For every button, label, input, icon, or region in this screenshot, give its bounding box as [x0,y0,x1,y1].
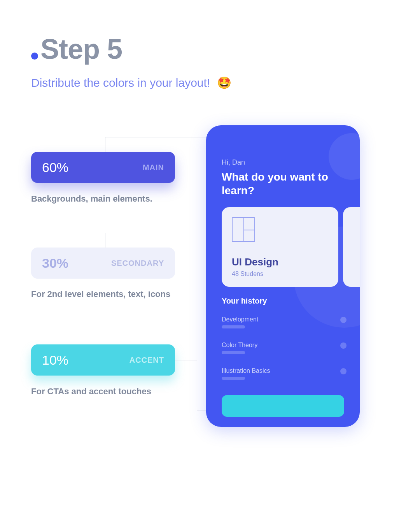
history-item-dot-icon [340,342,346,349]
history-item-dot-icon [340,317,346,323]
badge-main-label: MAIN [143,163,164,172]
badge-secondary-desc: For 2nd level elements, text, icons [31,288,175,300]
connector-line [105,137,105,152]
history-progress-bar [222,351,245,354]
history-title: Your history [222,297,267,306]
history-item[interactable]: Development [222,316,258,323]
badge-main-percent: 60% [42,160,68,175]
heading-dot-icon [31,53,38,60]
badge-secondary-label: SECONDARY [111,259,164,268]
greeting-text: Hi, Dan [222,158,245,167]
cta-button[interactable] [222,395,344,417]
headline-text: What do you want to learn? [222,170,346,197]
badge-secondary: 30% SECONDARY [31,248,175,279]
course-card[interactable]: UI Design 48 Studens [222,207,338,287]
course-card-peek[interactable] [343,207,360,287]
connector-line [105,233,105,248]
connector-line [197,360,197,411]
connector-line [175,360,197,360]
course-card-title: UI Design [232,256,328,268]
subtitle-row: Distribute the colors in your layout! 🤩 [31,76,231,90]
connector-line [105,233,215,233]
badge-main: 60% MAIN [31,152,175,183]
badge-accent: 10% ACCENT [31,344,175,376]
subtitle-text: Distribute the colors in your layout! [31,76,210,90]
history-progress-bar [222,377,245,380]
history-item-dot-icon [340,368,346,374]
device-mockup: Hi, Dan What do you want to learn? UI De… [206,125,360,427]
badge-secondary-percent: 30% [42,256,68,271]
star-struck-emoji-icon: 🤩 [217,76,231,90]
course-card-subtitle: 48 Studens [232,270,328,277]
page-heading: Step 5 [31,33,122,65]
history-item[interactable]: Illustration Basics [222,367,270,374]
badge-accent-label: ACCENT [130,356,164,365]
history-item[interactable]: Color Theory [222,342,257,349]
badge-main-desc: Backgrounds, main elements. [31,193,175,205]
heading-title: Step 5 [40,33,122,65]
badge-accent-desc: For CTAs and accent touches [31,385,175,398]
history-progress-bar [222,325,245,328]
badge-accent-percent: 10% [42,353,68,368]
layout-grid-icon [232,217,255,242]
